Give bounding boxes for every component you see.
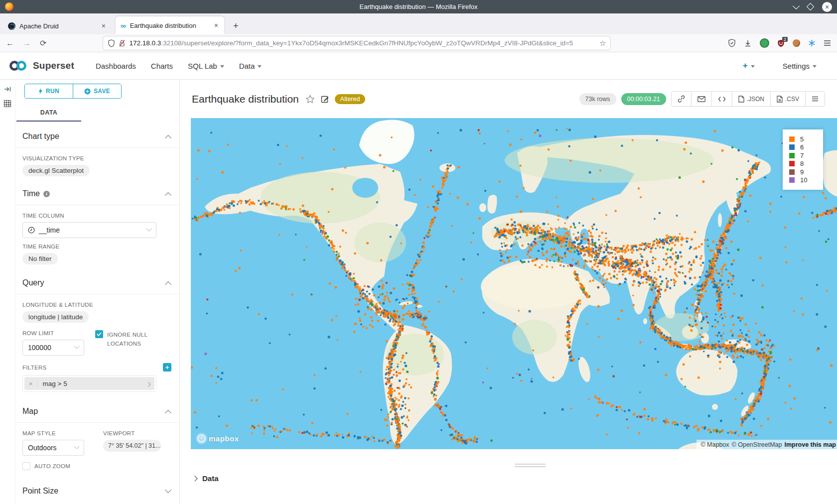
chart-area: Earthquake distribution Altered 73k rows… — [180, 80, 837, 504]
add-filter-button[interactable]: + — [163, 363, 171, 372]
time-range-label: TIME RANGE — [22, 244, 171, 250]
map-style-select[interactable]: Outdoors — [22, 440, 84, 456]
viewport-value[interactable]: 7° 35' 54.02" | 31... — [103, 440, 161, 452]
time-column-select[interactable]: __time — [22, 222, 156, 238]
checkbox-checked-icon[interactable] — [95, 330, 103, 338]
filter-item[interactable]: × mag > 5 — [24, 377, 154, 390]
legend-label: 8 — [800, 160, 804, 167]
download-icon[interactable] — [744, 39, 752, 47]
new-tab-button[interactable]: + — [228, 21, 244, 34]
map-legend: 5678910 — [783, 129, 823, 190]
forward-icon[interactable]: → — [23, 39, 31, 48]
row-count-badge: 73k rows — [579, 93, 616, 105]
control-panel: RUN SAVE DATA Chart type VISUALIZATION T… — [15, 80, 180, 504]
viewport-label: VIEWPORT — [103, 430, 161, 436]
cookie-icon[interactable] — [793, 39, 800, 47]
lonlat-value[interactable]: longitude | latitude — [22, 311, 89, 323]
insecure-lock-icon[interactable] — [119, 39, 126, 47]
chevron-up-icon — [165, 134, 171, 141]
save-button[interactable]: SAVE — [73, 84, 121, 98]
pocket-shield-icon[interactable] — [728, 39, 736, 47]
browser-menu-icon[interactable] — [824, 40, 831, 46]
row-limit-select[interactable]: 100000 — [22, 340, 84, 356]
legend-label: 7 — [800, 152, 804, 159]
extension-flake-icon[interactable] — [808, 39, 816, 47]
expand-filter-icon[interactable] — [142, 380, 154, 387]
divider — [15, 205, 179, 205]
legend-item[interactable]: 8 — [789, 160, 815, 168]
reload-icon[interactable]: ⟳ — [40, 38, 46, 48]
legend-item[interactable]: 9 — [789, 168, 815, 176]
nav-charts[interactable]: Charts — [151, 62, 173, 70]
favorite-star-icon[interactable] — [305, 95, 315, 104]
run-button[interactable]: RUN — [25, 84, 73, 98]
legend-item[interactable]: 7 — [789, 151, 815, 160]
section-chart-type[interactable]: Chart type — [22, 122, 171, 147]
ublock-icon[interactable]: 2 — [777, 39, 785, 47]
visualization-type-label: VISUALIZATION TYPE — [22, 155, 171, 161]
section-query[interactable]: Query — [22, 264, 171, 294]
chevron-up-icon — [165, 192, 171, 198]
tab-close-icon[interactable]: × — [101, 22, 107, 30]
chart-menu-button[interactable] — [805, 92, 825, 106]
export-csv-button[interactable]: .CSV — [770, 92, 805, 106]
legend-item[interactable]: 5 — [789, 135, 815, 143]
ignore-null-checkbox-row[interactable]: IGNORE NULL LOCATIONS — [95, 330, 162, 349]
visualization-type-value[interactable]: deck.gl Scatterplot — [22, 165, 90, 176]
improve-map-link[interactable]: Improve this map — [785, 441, 837, 448]
dataset-grid-icon[interactable] — [3, 100, 11, 108]
share-link-button[interactable] — [672, 92, 691, 106]
add-new-button[interactable]: + — [743, 61, 755, 71]
section-time[interactable]: Timei — [22, 176, 171, 205]
settings-menu[interactable]: Settings — [783, 62, 817, 70]
bookmark-star-icon[interactable]: ☆ — [599, 39, 606, 48]
window-minimize-icon[interactable] — [793, 2, 800, 9]
legend-item[interactable]: 10 — [789, 176, 815, 185]
lightning-icon — [38, 88, 43, 94]
data-section-toggle[interactable]: Data — [193, 474, 219, 483]
chevron-down-icon — [258, 65, 262, 68]
info-icon: i — [43, 191, 50, 197]
osm-attribution-link[interactable]: © OpenStreetMap — [732, 441, 782, 448]
data-section-label: Data — [202, 474, 219, 483]
section-point-size[interactable]: Point Size — [22, 471, 171, 502]
mapbox-attribution-link[interactable]: © Mapbox — [700, 441, 729, 448]
superset-logo[interactable]: Superset — [8, 60, 74, 72]
altered-badge: Altered — [335, 94, 366, 104]
section-map[interactable]: Map — [22, 392, 171, 422]
tracking-shield-icon[interactable] — [108, 39, 115, 47]
url-input[interactable]: 172.18.0.3:32108/superset/explore/?form_… — [103, 36, 610, 50]
legend-label: 5 — [800, 135, 804, 143]
export-json-button[interactable]: .JSON — [732, 92, 770, 106]
collapse-panel-icon[interactable] — [4, 86, 11, 93]
back-icon[interactable]: ← — [6, 39, 14, 48]
nav-dashboards[interactable]: Dashboards — [96, 62, 136, 70]
row-limit-value: 100000 — [28, 344, 51, 352]
tab-earthquake-distribution[interactable]: ∞ Earthquake distribution × — [116, 16, 224, 34]
druid-favicon — [8, 22, 15, 30]
map-style-label: MAP STYLE — [22, 430, 84, 436]
nav-sql-lab[interactable]: SQL Lab — [188, 62, 224, 70]
embed-code-button[interactable] — [711, 92, 732, 106]
remove-filter-icon[interactable]: × — [24, 380, 38, 387]
left-icon-rail — [0, 80, 15, 504]
edit-properties-icon[interactable] — [321, 95, 329, 103]
checkbox-unchecked-icon[interactable] — [22, 462, 30, 470]
email-button[interactable] — [691, 92, 711, 106]
extension-green-icon[interactable] — [760, 38, 769, 48]
window-titlebar: Earthquake distribution — Mozilla Firefo… — [0, 0, 837, 13]
tab-data[interactable]: DATA — [16, 106, 81, 122]
panel-resize-handle[interactable] — [515, 462, 546, 469]
auto-zoom-checkbox-row[interactable]: AUTO ZOOM — [22, 462, 171, 471]
world-map — [191, 118, 837, 449]
window-close-icon[interactable]: × — [822, 2, 832, 12]
nav-data[interactable]: Data — [239, 62, 262, 70]
map-attribution: © Mapbox © OpenStreetMap Improve this ma… — [697, 440, 837, 449]
window-maximize-icon[interactable] — [807, 3, 815, 11]
tab-apache-druid[interactable]: Apache Druid × — [3, 17, 112, 34]
time-range-value[interactable]: No filter — [22, 253, 58, 264]
deckgl-scatter-map[interactable]: 5678910 mapbox © Mapbox © OpenStreetMap … — [191, 118, 837, 449]
tab-close-icon[interactable]: × — [213, 21, 219, 29]
legend-item[interactable]: 6 — [789, 143, 815, 152]
mapbox-logo[interactable]: mapbox — [196, 433, 239, 444]
